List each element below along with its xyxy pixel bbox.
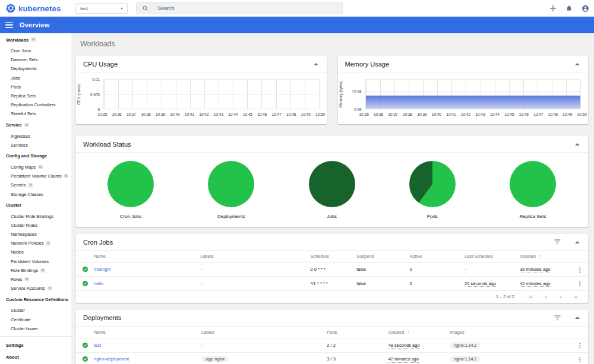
x-tick: 10:50	[315, 112, 325, 116]
sidebar-item[interactable]: Cluster Role Bindings	[0, 212, 71, 221]
row-menu-kebab-icon[interactable]: ⋮	[571, 280, 588, 287]
col-header-pods[interactable]: Pods	[327, 327, 388, 338]
collapse-icon[interactable]	[575, 63, 580, 65]
col-header-created[interactable]: Created↑	[388, 327, 450, 338]
pie-deployments: Deployments	[195, 161, 267, 219]
status-ok-icon	[76, 281, 94, 286]
collapse-icon[interactable]	[314, 63, 318, 65]
sidebar-item[interactable]: Ingresses	[0, 132, 71, 141]
status-ok-icon	[76, 343, 94, 348]
row-menu-kebab-icon[interactable]: ⋮	[571, 356, 588, 363]
sidebar-item[interactable]: Certificate	[0, 315, 71, 324]
col-header-name[interactable]: Name	[94, 251, 200, 262]
col-header-images[interactable]: Images	[450, 327, 571, 338]
sidebar-item[interactable]: Cluster	[0, 199, 71, 212]
sidebar-item[interactable]: Cron Jobs	[0, 46, 71, 55]
collapse-icon[interactable]	[575, 143, 580, 145]
sidebar-item[interactable]: Settings	[0, 340, 71, 352]
pie-label: Jobs	[327, 214, 337, 219]
last-page-icon[interactable]	[573, 294, 582, 300]
cell-schedule: 0 0 * * *	[311, 262, 357, 277]
notifications-bell-icon[interactable]	[565, 5, 573, 12]
sidebar-item[interactable]: Replica Sets	[0, 91, 71, 100]
sidebar-item[interactable]: Nodes	[0, 248, 71, 257]
sidebar-item[interactable]: Custom Resource Definitions	[0, 293, 71, 306]
sidebar-item[interactable]: Persistent Volumes	[0, 257, 71, 266]
sidebar-item[interactable]: Replication Controllers	[0, 100, 71, 109]
cell-created: 42 minutes ago	[388, 356, 419, 363]
memory-card-title: Memory Usage	[345, 61, 390, 68]
cron-job-row[interactable]: midnight - 0 0 * * * false 0 - 36 minute…	[76, 262, 588, 277]
sidebar-item[interactable]: Workloads N	[0, 33, 71, 46]
row-menu-kebab-icon[interactable]: ⋮	[571, 341, 588, 349]
sidebar-item[interactable]: Service N	[0, 119, 71, 132]
sidebar-item[interactable]: Cluster Roles	[0, 221, 71, 230]
cell-created: 48 seconds ago	[388, 343, 420, 349]
deployments-title: Deployments	[83, 314, 121, 321]
x-tick: 10:46	[519, 112, 529, 116]
cell-labels: -	[200, 277, 310, 291]
search-input[interactable]	[157, 5, 336, 11]
col-header-schedule[interactable]: Schedule	[311, 251, 357, 262]
deployment-row[interactable]: test - 2 / 2 48 seconds ago nginx:1.14.2…	[76, 338, 588, 353]
sidebar-item[interactable]: Services	[0, 141, 71, 150]
namespace-value: test	[80, 6, 88, 11]
first-page-icon[interactable]	[528, 294, 538, 300]
filter-icon[interactable]	[554, 315, 561, 321]
col-header-labels[interactable]: Labels	[201, 327, 327, 338]
cron-job-row[interactable]: hello - */1 * * * * false 0 24 seconds a…	[76, 277, 588, 291]
collapse-icon[interactable]	[575, 241, 580, 243]
col-header-active[interactable]: Active	[410, 251, 465, 262]
sidebar-item[interactable]: Secrets N	[0, 181, 71, 189]
cell-active: 0	[410, 262, 465, 277]
x-tick: 10:50	[577, 112, 587, 116]
sidebar-item[interactable]: Jobs	[0, 74, 71, 83]
cell-last-schedule: -	[465, 267, 466, 273]
deployment-link[interactable]: nginx-deployment	[94, 356, 129, 362]
sidebar-item[interactable]: Config and Storage	[0, 150, 71, 163]
col-header-suspend[interactable]: Suspend	[356, 251, 410, 262]
sidebar-item[interactable]: Service Accounts N	[0, 284, 71, 293]
search-bar[interactable]	[136, 2, 343, 14]
x-tick: 10:39	[156, 112, 165, 116]
sidebar-item[interactable]: Role Bindings N	[0, 266, 71, 275]
sidebar-item[interactable]: Pods	[0, 83, 71, 91]
next-page-icon[interactable]	[558, 294, 567, 300]
sidebar-item[interactable]: Storage Classes	[0, 189, 71, 198]
memory-x-axis: 10:3510:3610:3710:3810:3910:4010:4110:42…	[359, 112, 587, 116]
collapse-icon[interactable]	[575, 316, 580, 319]
app-bar: Overview	[0, 17, 594, 33]
deployment-row[interactable]: nginx-deployment app: nginx 3 / 3 42 min…	[76, 352, 588, 364]
cell-pods: 2 / 2	[327, 338, 388, 353]
namespaced-badge: N	[40, 268, 45, 273]
cron-job-link[interactable]: midnight	[94, 267, 110, 272]
deployment-link[interactable]: test	[94, 343, 101, 348]
x-tick: 10:43	[475, 112, 485, 116]
namespace-selector[interactable]: test	[75, 3, 128, 14]
sidebar-item[interactable]: Cluster	[0, 306, 71, 315]
create-plus-icon[interactable]	[549, 5, 557, 12]
sidebar-item[interactable]: Network Policies N	[0, 239, 71, 248]
user-account-icon[interactable]	[582, 5, 589, 12]
cron-job-link[interactable]: hello	[94, 281, 103, 286]
sidebar-item[interactable]: Namespaces	[0, 230, 71, 239]
col-header-created[interactable]: Created↑	[520, 251, 571, 262]
kubernetes-logo[interactable]: kubernetes	[0, 4, 75, 13]
sidebar-item[interactable]: About	[0, 352, 71, 363]
sidebar-item[interactable]: Stateful Sets	[0, 109, 71, 118]
prev-page-icon[interactable]	[543, 294, 552, 300]
col-header-labels[interactable]: Labels	[200, 251, 310, 262]
sidebar-item[interactable]: Daemon Sets	[0, 55, 71, 64]
sort-asc-icon: ↑	[539, 254, 542, 259]
sidebar-item[interactable]: Persistent Volume Claims N	[0, 172, 71, 181]
sidebar-item[interactable]: Config Maps N	[0, 163, 71, 172]
menu-hamburger-icon[interactable]	[5, 22, 13, 28]
filter-icon[interactable]	[554, 239, 561, 245]
sidebar-item[interactable]: Roles N	[0, 275, 71, 284]
x-tick: 10:44	[490, 112, 500, 116]
sidebar-item[interactable]: Cluster Issuer	[0, 324, 71, 333]
col-header-name[interactable]: Name	[94, 327, 201, 338]
row-menu-kebab-icon[interactable]: ⋮	[571, 266, 588, 273]
col-header-last-schedule[interactable]: Last Schedule	[465, 251, 520, 262]
sidebar-item[interactable]: Deployments	[0, 64, 71, 73]
